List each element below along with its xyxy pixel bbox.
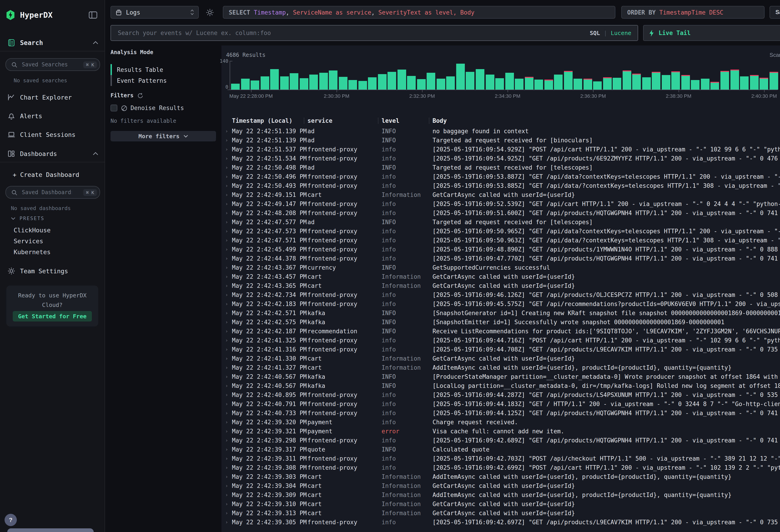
lang-sql-option[interactable]: SQL [590, 30, 600, 36]
table-row[interactable]: ›May 22 2:42:39.321 PMpaymenterrorVisa c… [222, 427, 780, 436]
table-row[interactable]: ›May 22 2:42:47.577 PMadINFOTargeted ad … [222, 217, 780, 227]
preset-services[interactable]: Services [14, 237, 43, 245]
histogram-bar[interactable] [495, 78, 504, 90]
presets-section-toggle[interactable]: PRESETS [11, 215, 45, 221]
saved-dashboards-search[interactable]: ⌘ K [5, 186, 100, 199]
histogram-bar[interactable] [456, 64, 465, 90]
sidebar-item-client-sessions[interactable]: Client Sessions [0, 129, 105, 141]
table-row[interactable]: ›May 22 2:42:39.309 PMcartInformationAdd… [222, 490, 780, 499]
table-row[interactable]: ›May 22 2:42:51.534 PMfrontend-proxyinfo… [222, 154, 780, 163]
histogram-bar[interactable] [368, 77, 377, 90]
histogram-bar[interactable] [446, 77, 455, 90]
histogram-bar[interactable] [711, 83, 719, 90]
table-row[interactable]: ›May 22 2:42:39.311 PMfrontend-proxyinfo… [222, 454, 780, 463]
live-tail-button[interactable]: Live Tail [643, 25, 780, 41]
histogram-bar[interactable] [632, 75, 641, 90]
table-row[interactable]: ›May 22 2:42:40.791 PMfrontend-proxyinfo… [222, 399, 780, 408]
histogram-bar[interactable] [260, 77, 269, 90]
table-row[interactable]: ›May 22 2:42:40.567 PMkafkaINFO[LocalLog… [222, 381, 780, 390]
histogram-bar[interactable] [623, 71, 631, 90]
histogram-error-bar[interactable] [652, 72, 661, 73]
histogram-bar[interactable] [466, 72, 475, 90]
col-level[interactable]: level [382, 117, 433, 124]
table-row[interactable]: ›May 22 2:42:41.325 PMfrontend-proxyinfo… [222, 336, 780, 345]
histogram-bar[interactable] [603, 78, 612, 90]
histogram-error-bar[interactable] [632, 74, 641, 75]
table-row[interactable]: ›May 22 2:42:39.304 PMcartInformationGet… [222, 481, 780, 490]
column-resize-handle[interactable] [378, 118, 378, 124]
histogram-bar[interactable] [339, 77, 347, 90]
table-row[interactable]: ›May 22 2:42:48.208 PMfrontend-proxyinfo… [222, 208, 780, 217]
table-row[interactable]: ›May 22 2:42:50.498 PMadINFOTargeted ad … [222, 163, 780, 172]
histogram-bar[interactable] [427, 73, 436, 90]
more-filters-button[interactable]: More filters [110, 131, 216, 141]
histogram-bar[interactable] [740, 77, 748, 90]
histogram-bar[interactable] [251, 81, 259, 90]
histogram-bar[interactable] [554, 75, 563, 90]
histogram-bar[interactable] [642, 77, 651, 90]
event-search-bar[interactable]: SQL | Lucene [110, 25, 638, 41]
histogram-bar[interactable] [701, 79, 710, 90]
chevron-up-icon[interactable] [93, 152, 98, 155]
histogram-error-bar[interactable] [720, 71, 729, 72]
table-row[interactable]: ›May 22 2:42:39.298 PMfrontend-proxyinfo… [222, 436, 780, 445]
create-dashboard-button[interactable]: + Create Dashboard [13, 171, 79, 178]
refresh-icon[interactable] [137, 93, 143, 98]
table-row[interactable]: ›May 22 2:42:43.457 PMcartInformationGet… [222, 272, 780, 281]
source-select[interactable]: Logs [110, 6, 199, 19]
histogram-bar[interactable] [290, 73, 298, 90]
histogram-error-bar[interactable] [711, 82, 719, 83]
col-service[interactable]: service [307, 117, 382, 124]
table-row[interactable]: ›May 22 2:42:49.147 PMfrontend-proxyinfo… [222, 199, 780, 208]
histogram-bar[interactable] [672, 72, 680, 90]
histogram-bar[interactable] [241, 79, 249, 90]
table-row[interactable]: ›May 22 2:42:47.573 PMfrontend-proxyinfo… [222, 227, 780, 236]
table-row[interactable]: ›May 22 2:42:39.317 PMquoteINFOCalculate… [222, 445, 780, 454]
event-search-input[interactable] [117, 29, 590, 37]
table-row[interactable]: ›May 22 2:42:40.733 PMfrontend-proxyinfo… [222, 408, 780, 418]
histogram-bar[interactable] [486, 75, 494, 90]
histogram-error-bar[interactable] [525, 77, 533, 78]
table-row[interactable]: ›May 22 2:42:44.378 PMfrontend-proxyinfo… [222, 254, 780, 263]
histogram-bar[interactable] [231, 84, 240, 90]
table-row[interactable]: ›May 22 2:42:50.496 PMfrontend-proxyinfo… [222, 172, 780, 181]
saved-dashboards-input[interactable] [21, 189, 73, 196]
histogram-error-bar[interactable] [760, 78, 768, 79]
table-row[interactable]: ›May 22 2:42:42.734 PMfrontend-proxyinfo… [222, 290, 780, 299]
histogram-bar[interactable] [691, 80, 700, 90]
histogram-error-bar[interactable] [769, 72, 778, 73]
select-clause-input[interactable]: SELECT Timestamp, ServiceName as service… [223, 6, 615, 19]
table-row[interactable]: ›May 22 2:42:41.330 PMcartInformationGet… [222, 354, 780, 363]
histogram-error-bar[interactable] [750, 75, 759, 76]
table-row[interactable]: ›May 22 2:42:47.571 PMfrontend-proxyinfo… [222, 236, 780, 245]
histogram-bar[interactable] [397, 69, 406, 90]
histogram-bar[interactable] [378, 74, 387, 90]
mode-event-patterns[interactable]: Event Patterns [110, 75, 216, 86]
sidebar-item-dashboards[interactable]: Dashboards [0, 148, 105, 160]
histogram-error-bar[interactable] [603, 77, 612, 78]
histogram-error-bar[interactable] [672, 71, 680, 72]
table-row[interactable]: ›May 22 2:42:39.305 PMfrontend-proxyinfo… [222, 518, 780, 527]
histogram-error-bar[interactable] [681, 75, 690, 76]
table-row[interactable]: ›May 22 2:42:51.537 PMfrontend-proxyinfo… [222, 145, 780, 154]
histogram-bar[interactable] [564, 72, 572, 90]
table-row[interactable]: ›May 22 2:42:43.367 PMcurrencyINFOGetSup… [222, 263, 780, 272]
sidebar-item-chart-explorer[interactable]: Chart Explorer [0, 91, 105, 103]
chevron-up-icon[interactable] [93, 41, 98, 45]
histogram-bar[interactable] [583, 80, 592, 90]
order-by-input[interactable]: ORDER BY TimestampTime DESC [621, 6, 765, 19]
preset-kubernetes[interactable]: Kubernetes [14, 248, 51, 255]
histogram-error-bar[interactable] [564, 71, 572, 72]
histogram-bar[interactable] [329, 70, 337, 90]
histogram-bar[interactable] [417, 79, 426, 90]
histogram-bar[interactable] [437, 79, 445, 90]
table-row[interactable]: ›May 22 2:42:39.303 PMcartInformationAdd… [222, 472, 780, 481]
histogram-bar[interactable] [270, 69, 279, 90]
histogram-bar[interactable] [750, 76, 759, 90]
table-row[interactable]: ›May 22 2:42:39.313 PMcartInformationGet… [222, 509, 780, 518]
get-started-button[interactable]: Get Started for Free [13, 311, 92, 322]
table-row[interactable]: ›May 22 2:42:51.139 PMadINFOno baggage f… [222, 127, 780, 136]
histogram-bar[interactable] [319, 73, 328, 90]
mode-results-table[interactable]: Results Table [110, 64, 216, 75]
table-row[interactable]: ›May 22 2:42:41.316 PMfrontend-proxyinfo… [222, 345, 780, 354]
